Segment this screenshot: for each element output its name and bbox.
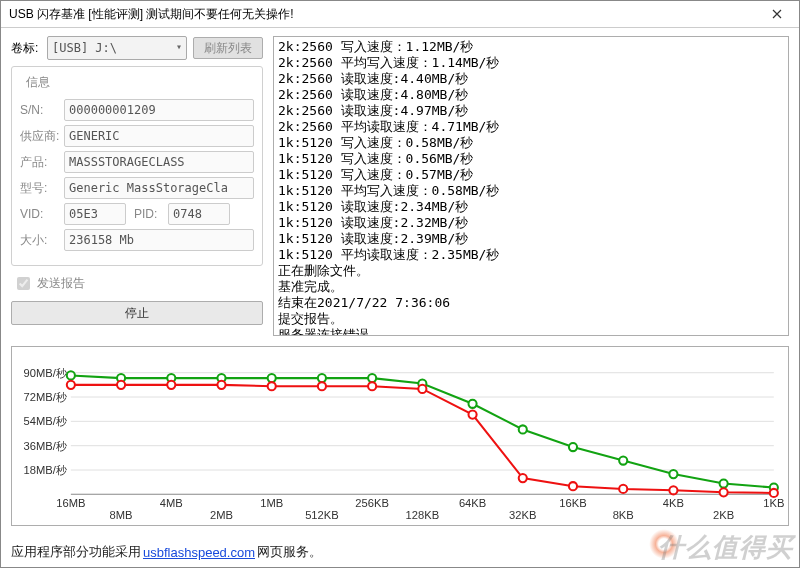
svg-text:4KB: 4KB	[663, 497, 684, 509]
svg-point-49	[468, 411, 476, 419]
product-value: MASSSTORAGECLASS	[64, 151, 254, 173]
svg-point-52	[619, 485, 627, 493]
svg-text:90MB/秒: 90MB/秒	[24, 367, 67, 379]
watermark-badge-icon	[649, 529, 679, 559]
svg-point-47	[368, 382, 376, 390]
svg-text:128KB: 128KB	[406, 509, 440, 521]
svg-point-44	[217, 381, 225, 389]
svg-point-42	[117, 381, 125, 389]
size-label: 大小:	[20, 232, 64, 249]
sn-label: S/N:	[20, 103, 64, 117]
svg-text:16MB: 16MB	[56, 497, 85, 509]
svg-text:8KB: 8KB	[613, 509, 634, 521]
svg-point-26	[67, 371, 75, 379]
svg-text:54MB/秒: 54MB/秒	[24, 415, 67, 427]
close-button[interactable]	[755, 1, 799, 27]
drive-select[interactable]: [USB] J:\ ▾	[47, 36, 187, 60]
svg-text:64KB: 64KB	[459, 497, 486, 509]
svg-text:8MB: 8MB	[110, 509, 133, 521]
vid-label: VID:	[20, 207, 64, 221]
svg-text:18MB/秒: 18MB/秒	[24, 464, 67, 476]
svg-point-36	[569, 443, 577, 451]
info-groupbox: 信息 S/N:000000001209 供应商:GENERIC 产品:MASSS…	[11, 66, 263, 266]
model-label: 型号:	[20, 180, 64, 197]
svg-text:2KB: 2KB	[713, 509, 734, 521]
svg-point-32	[368, 374, 376, 382]
log-output[interactable]: 2k:2560 写入速度：1.12MB/秒 2k:2560 平均写入速度：1.1…	[273, 36, 789, 336]
vid-value: 05E3	[64, 203, 126, 225]
info-header: 信息	[22, 74, 54, 91]
close-icon	[772, 9, 782, 19]
svg-point-31	[318, 374, 326, 382]
vendor-label: 供应商:	[20, 128, 64, 145]
svg-text:36MB/秒: 36MB/秒	[24, 440, 67, 452]
pid-value: 0748	[168, 203, 230, 225]
footer-link[interactable]: usbflashspeed.com	[143, 545, 255, 560]
svg-point-46	[318, 382, 326, 390]
svg-text:32KB: 32KB	[509, 509, 536, 521]
pid-label: PID:	[134, 207, 168, 221]
svg-text:256KB: 256KB	[355, 497, 389, 509]
svg-point-34	[468, 400, 476, 408]
drive-row: 卷标: [USB] J:\ ▾ 刷新列表	[11, 36, 263, 60]
svg-point-50	[519, 474, 527, 482]
chevron-down-icon: ▾	[176, 41, 182, 52]
svg-point-48	[418, 385, 426, 393]
drive-label: 卷标:	[11, 40, 41, 57]
left-column: 卷标: [USB] J:\ ▾ 刷新列表 信息 S/N:000000001209…	[11, 36, 263, 336]
footer: 应用程序部分功能采用 usbflashspeed.com 网页服务。	[11, 543, 322, 561]
window-title: USB 闪存基准 [性能评测] 测试期间不要任何无关操作!	[9, 1, 755, 27]
titlebar: USB 闪存基准 [性能评测] 测试期间不要任何无关操作!	[1, 1, 799, 28]
svg-text:512KB: 512KB	[305, 509, 339, 521]
send-report-label: 发送报告	[37, 275, 85, 292]
vendor-value: GENERIC	[64, 125, 254, 147]
chart-panel: 18MB/秒36MB/秒54MB/秒72MB/秒90MB/秒16MB8MB4MB…	[11, 346, 789, 526]
size-value: 236158 Mb	[64, 229, 254, 251]
svg-point-51	[569, 482, 577, 490]
svg-point-55	[770, 489, 778, 497]
footer-prefix: 应用程序部分功能采用	[11, 543, 141, 561]
svg-point-35	[519, 425, 527, 433]
app-window: USB 闪存基准 [性能评测] 测试期间不要任何无关操作! 卷标: [USB] …	[0, 0, 800, 568]
svg-point-38	[669, 470, 677, 478]
svg-point-37	[619, 456, 627, 464]
footer-suffix: 网页服务。	[257, 543, 322, 561]
speed-chart: 18MB/秒36MB/秒54MB/秒72MB/秒90MB/秒16MB8MB4MB…	[16, 351, 784, 523]
svg-point-45	[268, 382, 276, 390]
svg-point-41	[67, 381, 75, 389]
svg-point-43	[167, 381, 175, 389]
stop-button[interactable]: 停止	[11, 301, 263, 325]
model-value: Generic MassStorageCla	[64, 177, 254, 199]
refresh-button[interactable]: 刷新列表	[193, 37, 263, 59]
drive-select-value: [USB] J:\	[52, 41, 117, 55]
svg-point-54	[720, 488, 728, 496]
svg-text:2MB: 2MB	[210, 509, 233, 521]
send-report-checkbox[interactable]: 发送报告	[13, 274, 261, 293]
svg-text:1KB: 1KB	[763, 497, 784, 509]
svg-text:4MB: 4MB	[160, 497, 183, 509]
svg-text:1MB: 1MB	[260, 497, 283, 509]
svg-point-53	[669, 486, 677, 494]
window-body: 卷标: [USB] J:\ ▾ 刷新列表 信息 S/N:000000001209…	[1, 28, 799, 567]
svg-text:16KB: 16KB	[559, 497, 586, 509]
watermark-text: 什么值得买	[658, 530, 793, 565]
product-label: 产品:	[20, 154, 64, 171]
send-report-input[interactable]	[17, 277, 30, 290]
sn-value: 000000001209	[64, 99, 254, 121]
svg-text:72MB/秒: 72MB/秒	[24, 391, 67, 403]
top-row: 卷标: [USB] J:\ ▾ 刷新列表 信息 S/N:000000001209…	[11, 36, 789, 336]
svg-point-39	[720, 479, 728, 487]
svg-point-30	[268, 374, 276, 382]
